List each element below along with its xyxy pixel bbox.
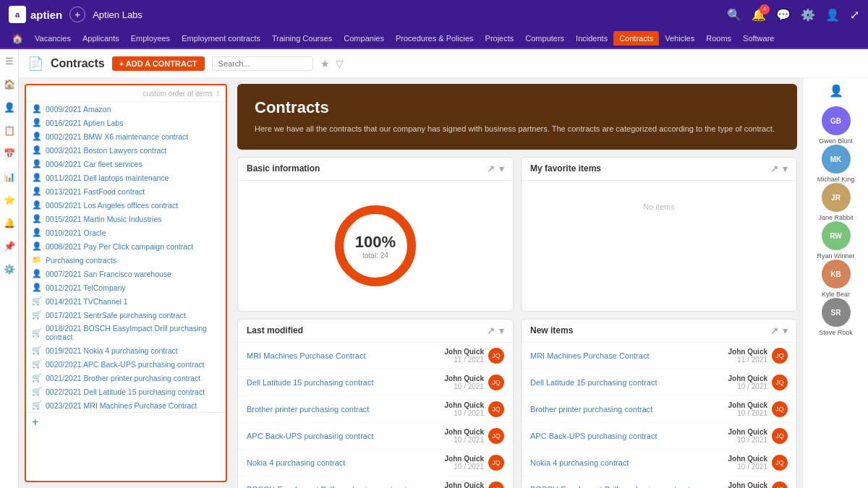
new-item-link[interactable]: Nokia 4 purchasing contract: [530, 458, 629, 467]
nav-tab-vehicles[interactable]: Vehicles: [659, 31, 700, 46]
nav-tab-applicants[interactable]: Applicants: [77, 31, 125, 46]
contract-name[interactable]: 0022/2021 Dell Latitude 15 purchasing co…: [46, 388, 220, 396]
user-card[interactable]: GB Gwen Blunt: [817, 106, 854, 145]
contract-name[interactable]: 0005/2021 Los Angeles offices contract: [46, 201, 220, 210]
contract-link[interactable]: Dell Latitude 15 purchasing contract: [247, 378, 374, 387]
expand-icon[interactable]: ⤢: [850, 8, 859, 22]
contract-name[interactable]: 0012/2021 TelCompany: [46, 283, 220, 292]
contract-list-item[interactable]: 👤0010/2021 Oracle: [26, 226, 226, 239]
nav-tab-training-courses[interactable]: Training Courses: [266, 31, 338, 46]
contract-list-item[interactable]: 🛒0017/2021 SentrSafe purchasing contract: [26, 308, 226, 322]
nav-tab-companies[interactable]: Companies: [338, 31, 390, 46]
contract-link[interactable]: MRI Machines Purchase Contract: [247, 351, 365, 360]
contract-list-item[interactable]: 👤0016/2021 Aptien Labs: [26, 116, 226, 129]
nav-tab-procedures[interactable]: Procedures & Policies: [390, 31, 480, 46]
basic-info-expand-icon[interactable]: ↗: [487, 163, 495, 174]
contract-list-item[interactable]: 🛒0020/2021 APC Back-UPS purchasing contr…: [26, 357, 226, 371]
nav-tab-contracts[interactable]: Contracts: [613, 31, 659, 46]
global-add-button[interactable]: +: [69, 7, 85, 22]
contract-list-item[interactable]: 🛒0021/2021 Brother printer purchasing co…: [26, 371, 226, 385]
user-card[interactable]: RW Ryan Winner: [817, 221, 854, 260]
star-filter-icon[interactable]: ★: [320, 58, 330, 69]
contract-link[interactable]: Brother printer purchasing contract: [247, 405, 369, 414]
contract-name[interactable]: 0019/2021 Nokia 4 purchasing contract: [46, 346, 220, 355]
contract-list-item[interactable]: 🛒0014/2021 TVChannel 1: [26, 294, 226, 308]
user-icon[interactable]: 👤: [825, 8, 840, 22]
contract-name[interactable]: 0010/2021 Oracle: [46, 228, 220, 237]
filter-icon[interactable]: ▽: [336, 58, 344, 69]
nav-tab-vacancies[interactable]: Vacancies: [29, 31, 77, 46]
contract-name[interactable]: 0008/2021 Pay Per Click campaign contrac…: [46, 242, 220, 251]
new-item-link[interactable]: Brother printer purchasing contract: [530, 405, 652, 414]
contract-name[interactable]: 0011/2021 Dell laptops maintenance: [46, 174, 220, 182]
sidebar-icon-star[interactable]: ⭐: [2, 192, 17, 207]
new-items-expand-icon[interactable]: ↗: [770, 325, 778, 336]
contract-name[interactable]: 0007/2021 San Francisco warehouse: [46, 270, 220, 278]
sidebar-icon-bell[interactable]: 🔔: [2, 215, 17, 230]
new-items-chevron-icon[interactable]: ▾: [783, 325, 788, 336]
sidebar-icon-list[interactable]: 📋: [2, 123, 17, 137]
contract-link[interactable]: APC Back-UPS purchasing contract: [247, 432, 373, 440]
sidebar-icon-user[interactable]: 👤: [2, 100, 17, 114]
contract-name[interactable]: Purchasing contracts: [46, 256, 220, 265]
contract-link[interactable]: BOSCH EasyImpact Drill purchasing contra…: [247, 485, 407, 489]
chat-icon[interactable]: 💬: [776, 8, 791, 22]
user-card[interactable]: SR Steve Rook: [817, 298, 854, 336]
sidebar-icon-home[interactable]: 🏠: [2, 77, 17, 91]
search-input[interactable]: [212, 56, 313, 71]
basic-info-chevron-icon[interactable]: ▾: [499, 163, 504, 174]
notifications-icon[interactable]: 🔔 4: [752, 8, 766, 22]
new-item-link[interactable]: Dell Latitude 15 purchasing contract: [530, 378, 658, 387]
settings-icon[interactable]: ⚙️: [801, 8, 815, 22]
contract-name[interactable]: 0020/2021 APC Back-UPS purchasing contra…: [46, 360, 220, 369]
contract-list-item[interactable]: 👤0012/2021 TelCompany: [26, 281, 226, 294]
contract-list-item[interactable]: 👤0008/2021 Pay Per Click campaign contra…: [26, 239, 226, 253]
contract-list-item[interactable]: 👤0005/2021 Los Angeles offices contract: [26, 198, 226, 212]
new-item-link[interactable]: MRI Machines Purchase Contract: [530, 351, 649, 360]
search-icon[interactable]: 🔍: [727, 8, 741, 22]
last-modified-chevron-icon[interactable]: ▾: [499, 325, 504, 336]
contract-name[interactable]: 0015/2021 Martin Music Industries: [46, 215, 220, 223]
contract-name[interactable]: 0017/2021 SentrSafe purchasing contract: [46, 311, 220, 320]
contract-name[interactable]: 0009/2021 Amazon: [46, 105, 220, 114]
new-item-link[interactable]: BOSCH EasyImpact Drill purchasing contra…: [530, 485, 690, 489]
sidebar-icon-calendar[interactable]: 📅: [2, 146, 17, 160]
contract-name[interactable]: 0016/2021 Aptien Labs: [46, 119, 220, 127]
nav-tab-computers[interactable]: Computers: [519, 31, 570, 46]
user-card[interactable]: JR Jane Rabbit: [817, 183, 854, 221]
favorite-expand-icon[interactable]: ↗: [770, 163, 778, 174]
favorite-chevron-icon[interactable]: ▾: [783, 163, 788, 174]
contract-name[interactable]: 0021/2021 Brother printer purchasing con…: [46, 374, 220, 382]
last-modified-expand-icon[interactable]: ↗: [487, 325, 495, 336]
nav-tab-software[interactable]: Software: [737, 31, 780, 46]
nav-tab-projects[interactable]: Projects: [480, 31, 520, 46]
sort-arrow-icon[interactable]: ↕: [216, 88, 220, 98]
contract-list-item[interactable]: 📁Purchasing contracts: [26, 253, 226, 267]
contract-list-item[interactable]: 👤0015/2021 Martin Music Industries: [26, 212, 226, 226]
contract-name[interactable]: 0004/2021 Car fleet services: [46, 160, 220, 168]
nav-tab-employment-contracts[interactable]: Employment contracts: [176, 31, 266, 46]
contract-list-item[interactable]: 👤0009/2021 Amazon: [26, 102, 226, 116]
user-card[interactable]: MK Michael King: [817, 145, 854, 183]
add-item-icon[interactable]: +: [32, 416, 38, 429]
nav-tab-rooms[interactable]: Rooms: [700, 31, 737, 46]
sidebar-icon-menu[interactable]: ☰: [2, 53, 17, 68]
contract-name[interactable]: 0002/2021 BMW X6 maintenance contract: [46, 132, 220, 141]
add-contract-button[interactable]: + ADD A CONTRACT: [112, 56, 205, 71]
sidebar-icon-chart[interactable]: 📊: [2, 169, 17, 184]
contract-list-item[interactable]: 👤0011/2021 Dell laptops maintenance: [26, 171, 226, 184]
contract-list-item[interactable]: 👤0004/2021 Car fleet services: [26, 157, 226, 171]
user-search-icon[interactable]: 👤: [829, 84, 843, 98]
nav-tab-employees[interactable]: Employees: [125, 31, 176, 46]
contract-name[interactable]: 0023/2021 MRI Machines Purchase Contract: [46, 401, 220, 410]
new-item-link[interactable]: APC Back-UPS purchasing contract: [530, 432, 657, 440]
contract-list-item[interactable]: 👤0002/2021 BMW X6 maintenance contract: [26, 129, 226, 143]
sidebar-icon-pin[interactable]: 📌: [2, 239, 17, 253]
contract-list-item[interactable]: 🛒0022/2021 Dell Latitude 15 purchasing c…: [26, 385, 226, 398]
contract-list-item[interactable]: 🛒0018/2021 BOSCH EasyImpact Drill purcha…: [26, 322, 226, 343]
contract-name[interactable]: 0013/2021 FastFood contract: [46, 187, 220, 196]
user-card[interactable]: KB Kyle Bear: [817, 260, 854, 298]
contract-list-item[interactable]: 👤0007/2021 San Francisco warehouse: [26, 267, 226, 281]
nav-tab-incidents[interactable]: Incidents: [570, 31, 613, 46]
contract-list-item[interactable]: 👤0013/2021 FastFood contract: [26, 184, 226, 198]
